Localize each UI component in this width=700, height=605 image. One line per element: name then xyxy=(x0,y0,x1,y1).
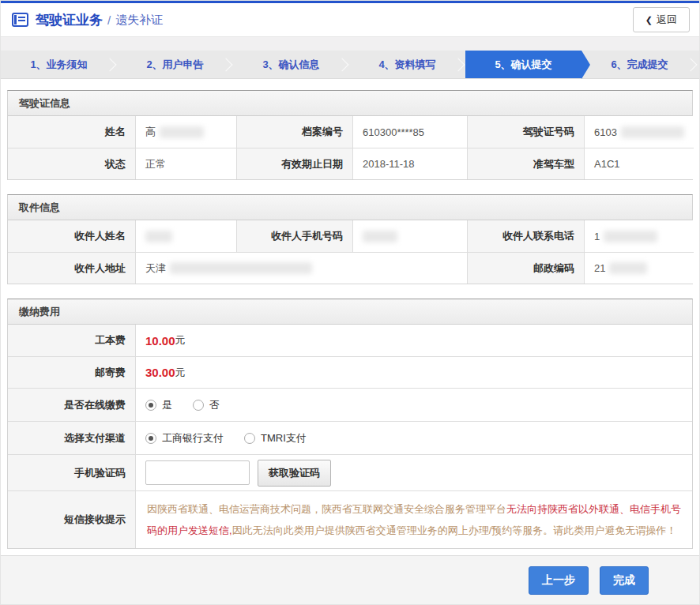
license-number-label: 驾驶证号码 xyxy=(468,116,585,148)
radio-circle-icon xyxy=(244,433,255,444)
step-4-fill-data: 4、资料填写 xyxy=(349,51,465,78)
expiry-date-label: 有效期止日期 xyxy=(237,148,353,179)
recipient-name-label: 收件人姓名 xyxy=(8,220,136,252)
step-1-business-notice: 1、业务须知 xyxy=(1,51,117,78)
production-fee-unit: 元 xyxy=(175,333,186,348)
main-content: 驾驶证信息 姓名 高 档案编号 610300****85 驾驶证号码 6103 … xyxy=(1,79,699,549)
sms-code-field-group: 获取验证码 xyxy=(136,454,692,490)
recipient-address-label: 收件人地址 xyxy=(8,252,136,284)
license-info-row-2: 状态 正常 有效期止日期 2018-11-18 准驾车型 A1C1 xyxy=(8,148,692,179)
license-form-icon xyxy=(12,13,28,27)
online-payment-yes-label: 是 xyxy=(162,398,172,412)
fees-title: 缴纳费用 xyxy=(8,299,692,325)
step-6-complete-submit: 6、完成提交 xyxy=(581,51,698,78)
payment-channel-label: 选择支付渠道 xyxy=(8,421,136,454)
pickup-info-section: 取件信息 收件人姓名 收件人手机号码 收件人联系电话 1 收件人地址 天津 邮政… xyxy=(7,194,693,284)
fees-section: 缴纳费用 工本费 10.00元 邮寄费 30.00元 是否在线缴费 是 xyxy=(7,299,693,549)
pickup-info-title: 取件信息 xyxy=(8,195,692,220)
sms-notice-part-3: 因此无法向此类用户提供陕西省交通管理业务的网上办理/预约等服务。请此类用户避免无… xyxy=(232,524,677,536)
page: 驾驶证业务 / 遗失补证 ❮ 返回 1、业务须知 2、用户申告 3、确认信息 4… xyxy=(0,0,700,605)
expiry-date-value: 2018-11-18 xyxy=(353,148,468,179)
tmri-payment-label: TMRI支付 xyxy=(261,431,307,445)
sms-notice-text: 因陕西省联通、电信运营商技术问题，陕西省互联网交通安全综合服务管理平台无法向持陕… xyxy=(136,490,692,548)
recipient-mobile-value xyxy=(353,220,468,252)
back-button[interactable]: ❮ 返回 xyxy=(633,7,690,32)
pickup-info-row-2: 收件人地址 天津 邮政编码 21 xyxy=(8,252,692,284)
vehicle-class-value: A1C1 xyxy=(585,148,694,179)
sms-code-label: 手机验证码 xyxy=(8,454,136,490)
chevron-left-icon: ❮ xyxy=(645,15,653,25)
radio-circle-icon xyxy=(145,433,156,444)
production-fee-value: 10.00元 xyxy=(136,325,692,356)
recipient-address-value: 天津 xyxy=(136,252,468,284)
license-info-title: 驾驶证信息 xyxy=(8,91,692,116)
step-2-user-declaration: 2、用户申告 xyxy=(117,51,233,78)
pickup-info-row-1: 收件人姓名 收件人手机号码 收件人联系电话 1 xyxy=(8,220,692,252)
name-value: 高 xyxy=(136,116,237,148)
name-label: 姓名 xyxy=(8,116,136,148)
postage-fee-amount: 30.00 xyxy=(145,366,175,379)
online-payment-no-label: 否 xyxy=(209,398,220,412)
tmri-payment-radio[interactable]: TMRI支付 xyxy=(244,431,307,445)
online-payment-no-radio[interactable]: 否 xyxy=(193,398,220,412)
postage-fee-label: 邮寄费 xyxy=(8,356,136,388)
payment-channel-row: 选择支付渠道 工商银行支付 TMRI支付 xyxy=(8,421,692,454)
vehicle-class-label: 准驾车型 xyxy=(468,148,585,179)
sms-code-input[interactable] xyxy=(145,460,250,485)
license-info-row-1: 姓名 高 档案编号 610300****85 驾驶证号码 6103 xyxy=(8,116,692,148)
radio-circle-icon xyxy=(145,400,156,411)
payment-channel-options: 工商银行支付 TMRI支付 xyxy=(136,421,692,454)
postage-fee-value: 30.00元 xyxy=(136,356,692,388)
recipient-phone-value: 1 xyxy=(585,220,694,252)
step-progress-bar: 1、业务须知 2、用户申告 3、确认信息 4、资料填写 5、确认提交 6、完成提… xyxy=(1,51,699,79)
header-divider-band xyxy=(1,36,699,51)
icbc-payment-radio[interactable]: 工商银行支付 xyxy=(145,431,224,445)
online-payment-label: 是否在线缴费 xyxy=(8,388,136,421)
license-number-value: 6103 xyxy=(585,116,694,148)
production-fee-amount: 10.00 xyxy=(145,334,175,348)
postal-code-value: 21 xyxy=(585,252,694,284)
sms-notice-label: 短信接收提示 xyxy=(8,490,136,548)
sms-notice-row: 短信接收提示 因陕西省联通、电信运营商技术问题，陕西省互联网交通安全综合服务管理… xyxy=(8,490,692,548)
previous-step-button[interactable]: 上一步 xyxy=(529,566,589,595)
get-sms-code-button[interactable]: 获取验证码 xyxy=(258,460,331,487)
status-label: 状态 xyxy=(8,148,136,179)
breadcrumb-separator: / xyxy=(107,13,111,27)
page-title: 驾驶证业务 xyxy=(36,11,103,29)
footer-action-bar: 上一步 完成 xyxy=(1,555,699,604)
online-payment-options: 是 否 xyxy=(136,388,692,421)
postal-code-label: 邮政编码 xyxy=(468,252,585,284)
radio-circle-icon xyxy=(193,400,204,411)
postage-fee-unit: 元 xyxy=(175,366,186,380)
online-payment-row: 是否在线缴费 是 否 xyxy=(8,388,692,421)
page-header: 驾驶证业务 / 遗失补证 ❮ 返回 xyxy=(1,3,699,36)
status-value: 正常 xyxy=(136,148,237,179)
recipient-phone-label: 收件人联系电话 xyxy=(468,220,585,252)
online-payment-yes-radio[interactable]: 是 xyxy=(145,398,172,412)
step-5-confirm-submit: 5、确认提交 xyxy=(465,51,581,78)
file-number-label: 档案编号 xyxy=(237,116,353,148)
postage-fee-row: 邮寄费 30.00元 xyxy=(8,356,692,388)
finish-button[interactable]: 完成 xyxy=(600,566,649,595)
recipient-name-value xyxy=(136,220,237,252)
step-3-confirm-info: 3、确认信息 xyxy=(233,51,349,78)
production-fee-label: 工本费 xyxy=(8,325,136,356)
license-info-section: 驾驶证信息 姓名 高 档案编号 610300****85 驾驶证号码 6103 … xyxy=(7,90,693,180)
sms-code-row: 手机验证码 获取验证码 xyxy=(8,454,692,490)
recipient-mobile-label: 收件人手机号码 xyxy=(237,220,353,252)
production-fee-row: 工本费 10.00元 xyxy=(8,325,692,356)
file-number-value: 610300****85 xyxy=(353,116,468,148)
breadcrumb-current: 遗失补证 xyxy=(115,13,163,28)
icbc-payment-label: 工商银行支付 xyxy=(162,431,224,445)
back-button-label: 返回 xyxy=(657,13,677,27)
sms-notice-part-1: 因陕西省联通、电信运营商技术问题，陕西省互联网交通安全综合服务管理平台 xyxy=(147,503,506,515)
